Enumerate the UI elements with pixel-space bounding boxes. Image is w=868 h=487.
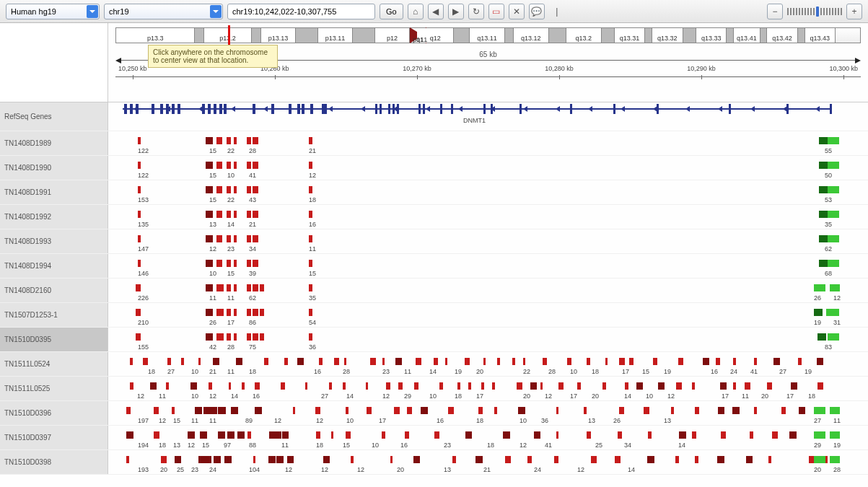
track-row: TN1408D19891221522282155 (0, 131, 868, 156)
ideogram-band[interactable]: q13.12 (514, 28, 549, 43)
track-label[interactable]: TN1408D1994 (0, 254, 108, 278)
coverage-bar (556, 431, 558, 439)
ideogram-band[interactable]: q13.41 (734, 28, 760, 43)
coverage-track[interactable]: 1827102111181628231114192022281018171519… (108, 352, 868, 376)
coverage-track[interactable]: 193202523241041212122013212412142028 (108, 450, 868, 474)
coverage-bar (281, 382, 285, 390)
back-icon[interactable]: ◀ (428, 4, 444, 19)
coverage-track[interactable]: 1211101214162714122910181720121720141012… (108, 377, 868, 400)
coverage-track[interactable]: 1531522431853 (108, 180, 868, 204)
region-icon[interactable]: ▭ (488, 4, 504, 19)
track-label[interactable]: TN1511L0525 (0, 377, 108, 400)
coverage-bar (405, 431, 409, 439)
ideogram-band[interactable] (645, 28, 652, 43)
coverage-bar (206, 235, 213, 242)
ideogram-band[interactable] (195, 28, 203, 43)
ideogram-band[interactable]: p12 (375, 28, 411, 43)
chromosome-ideogram[interactable]: p13.3p13.2p13.13p13.11p12p11q11q12q13.11… (115, 27, 861, 43)
coverage-bar (465, 431, 472, 439)
zoom-in-icon[interactable]: + (846, 4, 862, 19)
coverage-track[interactable]: 226111162352612 (108, 278, 868, 302)
coverage-bar (309, 137, 312, 144)
track-label[interactable]: TN1511L0524 (0, 352, 108, 376)
ideogram-band[interactable]: p13.11 (318, 28, 354, 43)
coverage-track[interactable]: 1351314211635 (108, 205, 868, 229)
coverage-bar (234, 162, 237, 169)
track-label[interactable]: TN1408D1991 (0, 180, 108, 204)
ideogram-panel[interactable]: p13.3p13.2p13.13p13.11p12p11q11q12q13.11… (108, 23, 868, 102)
go-button[interactable]: Go (380, 4, 403, 19)
coverage-track[interactable]: 1221510411250 (108, 156, 868, 180)
track-label[interactable]: TN1510D0396 (0, 401, 108, 425)
coverage-bar (206, 260, 213, 267)
track-label[interactable]: TN1408D1993 (0, 229, 108, 253)
clear-icon[interactable]: ✕ (509, 4, 525, 19)
locus-input[interactable] (227, 4, 375, 19)
coverage-track[interactable]: 197121511118912121017161810361326132711 (108, 401, 868, 425)
track-row: TN1408D19921351314211635 (0, 205, 868, 229)
ideogram-band[interactable] (353, 28, 374, 43)
ideogram-band[interactable] (454, 28, 470, 43)
ideogram-band[interactable] (683, 28, 696, 43)
ideogram-band[interactable]: p13.13 (261, 28, 297, 43)
coverage-track[interactable]: 1554228753683 (108, 328, 868, 351)
track-row: TN1510D03951554228753683 (0, 328, 868, 352)
tracks-panel[interactable]: RefSeq Genes DNMT1 TN1408D19891221522282… (0, 102, 868, 487)
coverage-bar (198, 456, 206, 463)
coverage-track[interactable]: 210261786541931 (108, 303, 868, 327)
home-icon[interactable]: ⌂ (408, 4, 424, 19)
ideogram-band[interactable]: q13.32 (652, 28, 683, 43)
coverage-bar (253, 456, 255, 463)
ideogram-band[interactable] (296, 28, 317, 43)
track-label[interactable]: TN1507D1253-1 (0, 303, 108, 327)
coverage-bar (817, 382, 823, 390)
coverage-bar (130, 358, 133, 365)
ideogram-band[interactable] (252, 28, 260, 43)
track-label[interactable]: TN1408D1990 (0, 156, 108, 180)
ideogram-band[interactable]: q13.43 (805, 28, 836, 43)
track-label[interactable]: TN1510D0397 (0, 426, 108, 449)
coverage-bar (247, 333, 251, 341)
coverage-bar (206, 333, 213, 341)
coverage-track[interactable]: 1471223341162 (108, 229, 868, 253)
coverage-track[interactable]: 1941813121597881118151016231812412534142… (108, 426, 868, 449)
track-label[interactable]: TN1408D2160 (0, 278, 108, 302)
coverage-bar (732, 407, 740, 414)
coverage-bar (138, 333, 141, 341)
coverage-bar (309, 284, 312, 291)
ideogram-band[interactable] (505, 28, 514, 43)
ideogram-band[interactable]: q13.11 (470, 28, 505, 43)
coverage-track[interactable]: 1221522282155 (108, 131, 868, 155)
ideogram-band[interactable]: q13.33 (696, 28, 727, 43)
coverage-bar (658, 382, 665, 390)
ideogram-band[interactable]: q13.42 (767, 28, 798, 43)
coverage-bar (644, 407, 649, 414)
ideogram-band[interactable]: p13.3 (116, 28, 195, 43)
coverage-bar (287, 456, 294, 463)
ideogram-band[interactable] (549, 28, 566, 43)
forward-icon[interactable]: ▶ (448, 4, 464, 19)
speech-icon[interactable]: 💬 (529, 4, 545, 19)
track-label[interactable]: TN1510D0395 (0, 328, 108, 351)
track-label[interactable]: TN1408D1989 (0, 131, 108, 155)
chromosome-select[interactable]: chr19 (104, 4, 223, 19)
coverage-bar (309, 333, 312, 341)
genome-select[interactable]: Human hg19 (6, 4, 100, 19)
ideogram-band[interactable] (798, 28, 805, 43)
coverage-bar (733, 382, 736, 390)
track-label[interactable]: TN1408D1992 (0, 205, 108, 229)
refseq-track[interactable]: DNMT1 (108, 102, 868, 128)
ideogram-band[interactable]: q13.2 (566, 28, 602, 43)
zoom-slider[interactable] (787, 6, 842, 17)
track-row: TN1408D19931471223341162 (0, 229, 868, 254)
ideogram-band[interactable]: q13.31 (615, 28, 646, 43)
zoom-out-icon[interactable]: − (767, 4, 783, 19)
coverage-bar (591, 456, 597, 463)
ideogram-band[interactable] (602, 28, 615, 43)
ideogram-band[interactable] (760, 28, 768, 43)
coverage-bar (206, 186, 213, 193)
coverage-track[interactable]: 1461015391568 (108, 254, 868, 278)
track-label[interactable]: TN1510D0398 (0, 450, 108, 474)
ideogram-band[interactable] (727, 28, 734, 43)
refresh-icon[interactable]: ↻ (468, 4, 484, 19)
